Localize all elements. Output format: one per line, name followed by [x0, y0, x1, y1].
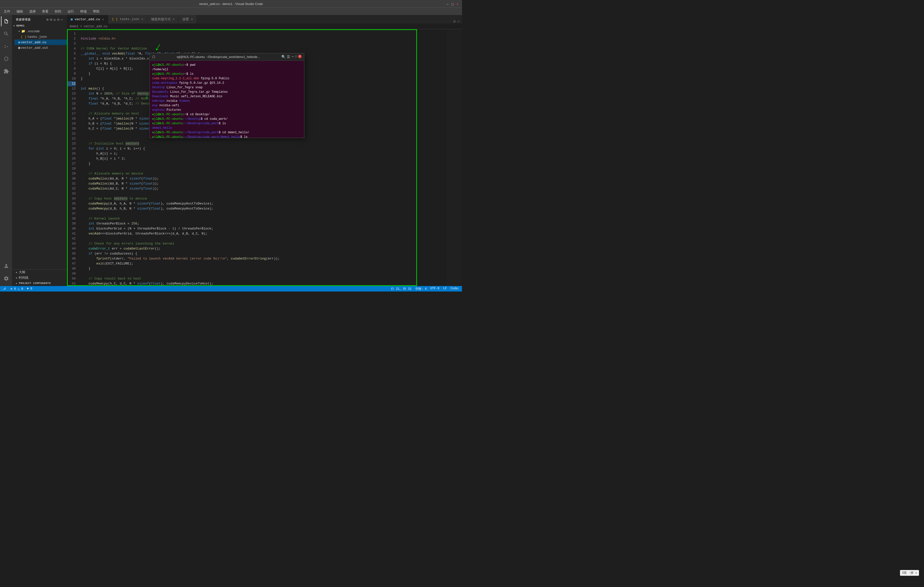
breadcrumb: demo1 > vector_add.cu [67, 24, 462, 29]
terminal-line: esp nvidia-uefi [152, 103, 302, 108]
terminal-line: Downloads Music uefi_Jetson_RELEASE.bin [152, 94, 302, 99]
tab-settings[interactable]: 设置 ✕ [179, 15, 197, 23]
sidebar-item-vector-add-out[interactable]: ▦ vector_add.out [15, 45, 67, 51]
chevron-right-icon: ▸ [16, 276, 18, 280]
activity-account[interactable] [1, 261, 11, 271]
sidebar-title: 资源管理器 [16, 18, 31, 21]
line-numbers: 12345 678910 1112131415 1617181920 21222… [67, 29, 78, 286]
status-line-col: 行 21, 列 31 [391, 287, 411, 291]
split-editor-icon[interactable]: ⊡ [454, 20, 455, 23]
refresh-icon[interactable]: ↻ [54, 18, 56, 22]
terminal-title: wjl@WJL-PC-ubuntu: ~/Desktop/cuda_work/d… [157, 55, 279, 59]
tab-tasks-json[interactable]: { } tasks.json ✕ [108, 15, 147, 23]
terminal-line: wjl@WJL-PC-ubuntu:~$ cd Desktop/ [152, 112, 302, 117]
activity-search[interactable] [1, 29, 11, 39]
status-encoding: UTF-8 [431, 287, 439, 291]
terminal-line: wjl@WJL-PC-ubuntu:~$ ls [152, 72, 302, 76]
tab-label: 键盘快捷方式 [151, 17, 171, 21]
close-button[interactable]: × [457, 2, 459, 5]
terminal-line: wjl@WJL-PC-ubuntu:~/Desktop/cuda_work$ l… [152, 121, 302, 126]
status-errors[interactable]: ⊗ 0 △ 0 [10, 287, 23, 291]
terminal-header: ⬡ wjl@WJL-PC-ubuntu: ~/Desktop/cuda_work… [150, 53, 304, 61]
terminal-line: wjl@WJL-PC-ubuntu:~/Desktop$ cd cuda_wor… [152, 117, 302, 121]
sidebar-item-outline[interactable]: ▸ 大纲 [12, 270, 67, 275]
terminal-minimize-icon[interactable]: − [291, 55, 294, 59]
terminal-line: Desktop Linux_for_Tegra snap [152, 85, 302, 90]
file-cu-icon: ▣ [18, 40, 20, 44]
terminal-line: cuda-keyring_1.1-1_all.deb fping-5.0 Pub… [152, 76, 302, 81]
status-right: 行 21, 列 31 空格: 4 UTF-8 LF Cuda↓ [391, 287, 459, 291]
tab-close-icon[interactable]: ✕ [141, 17, 143, 21]
terminal-line: cuda-workspace fping-5.0.tar.gz Qt5.14.2 [152, 81, 302, 85]
chevron-down-icon: ▾ [13, 24, 15, 28]
sidebar: 资源管理器 ⊕ ⊞ ↻ ⊟ ⋯ ▾ DEMO1 ▾ 📁 .vscode { } … [12, 15, 67, 286]
terminal-line: /home/wjl [152, 67, 302, 72]
tab-close-icon[interactable]: ✕ [102, 17, 104, 21]
status-bar: ⎇ ⊗ 0 △ 0 ♥ 0 行 21, 列 31 空格: 4 UTF-8 LF … [0, 286, 462, 291]
timeline-label: 时间线 [19, 276, 28, 280]
sidebar-item-timeline[interactable]: ▸ 时间线 [12, 275, 67, 281]
terminal-line: wjl@WJL-PC-ubuntu:~/Desktop/cuda_work/de… [152, 135, 302, 138]
menu-terminal[interactable]: 终端 [79, 9, 88, 14]
minimap [447, 29, 462, 286]
minimize-button[interactable]: − [447, 2, 449, 5]
menu-view[interactable]: 查看 [41, 9, 50, 14]
git-icon: ⎇ [3, 287, 6, 291]
menu-edit[interactable]: 编辑 [15, 9, 24, 14]
activity-extensions[interactable] [1, 66, 11, 76]
status-spaces: 空格: 4 [415, 287, 427, 291]
activity-source-control[interactable] [1, 41, 11, 51]
collapse-icon[interactable]: ⊟ [57, 18, 59, 22]
git-branch[interactable]: ⎇ [3, 287, 7, 291]
menu-file[interactable]: 文件 [3, 9, 12, 14]
menu-select[interactable]: 选择 [28, 9, 37, 14]
editor-area: ▣ vector_add.cu ✕ { } tasks.json ✕ 键盘快捷方… [67, 15, 462, 286]
more-actions-icon[interactable]: ⋯ [457, 20, 459, 23]
tab-vector-add-cu[interactable]: ▣ vector_add.cu ✕ [67, 15, 108, 23]
menu-run[interactable]: 运行 [66, 9, 75, 14]
sidebar-item-vscode[interactable]: ▾ 📁 .vscode [15, 28, 67, 34]
sidebar-item-project-components[interactable]: ▸ PROJECT COMPONENTS [12, 281, 67, 286]
terminal-line: wjl@WJL-PC-ubuntu:~/Desktop/cuda_work$ c… [152, 130, 302, 135]
title-bar: vector_add.cu - demo1 - Visual Studio Co… [0, 0, 462, 8]
file-out-icon: ▦ [18, 46, 20, 50]
maximize-button[interactable]: □ [452, 2, 454, 5]
menu-help[interactable]: 帮助 [92, 9, 101, 14]
more-icon[interactable]: ⋯ [61, 18, 63, 22]
sidebar-item-tasks[interactable]: { } tasks.json [17, 34, 67, 40]
menu-goto[interactable]: 转到 [53, 9, 63, 14]
menu-bar: 文件 编辑 选择 查看 转到 运行 终端 帮助 [0, 8, 462, 15]
activity-bar [0, 15, 12, 286]
activity-debug[interactable] [1, 54, 11, 64]
terminal-restore-icon[interactable]: □ [295, 55, 297, 59]
new-file-icon[interactable]: ⊕ [46, 18, 49, 22]
window-title: vector_add.cu - demo1 - Visual Studio Co… [199, 2, 263, 6]
terminal-content[interactable]: wjl@WJL-PC-ubuntu:~$ pwd /home/wjl wjl@W… [150, 61, 304, 138]
activity-settings[interactable] [1, 273, 11, 283]
window-controls: − □ × [447, 2, 459, 5]
terminal-line: demo1_hello [152, 126, 302, 130]
chevron-down-icon: ▾ [18, 30, 20, 33]
project-label: DEMO1 [16, 24, 25, 27]
tab-label: vector_add.cu [75, 18, 100, 21]
status-lang[interactable]: Cuda↓ [450, 287, 459, 291]
chevron-right-icon: ▸ [16, 271, 18, 274]
tab-close-icon[interactable]: ✕ [191, 17, 193, 21]
sidebar-item-demo1[interactable]: ▾ DEMO1 [12, 23, 67, 28]
sidebar-item-vector-add-cu[interactable]: ▣ vector_add.cu [15, 40, 67, 45]
file-json-icon: { } [21, 35, 26, 39]
file-icon: { } [112, 17, 118, 21]
terminal-icon: ⬡ [152, 55, 155, 59]
project-components-label: PROJECT COMPONENTS [19, 282, 51, 285]
terminal-search-icon[interactable]: 🔍 [281, 55, 285, 59]
tab-keyboard[interactable]: 键盘快捷方式 ✕ [147, 15, 179, 23]
activity-explorer[interactable] [1, 16, 11, 26]
new-folder-icon[interactable]: ⊞ [50, 18, 52, 22]
status-warnings[interactable]: ♥ 0 [27, 287, 32, 291]
terminal-close-button[interactable]: × [298, 55, 302, 58]
sidebar-header-icons: ⊕ ⊞ ↻ ⊟ ⋯ [46, 18, 63, 22]
terminal-menu-icon[interactable]: ☰ [287, 55, 290, 59]
chevron-right-icon: ▸ [16, 281, 18, 285]
tab-close-icon[interactable]: ✕ [173, 17, 175, 21]
file-icon: ▣ [71, 17, 73, 21]
